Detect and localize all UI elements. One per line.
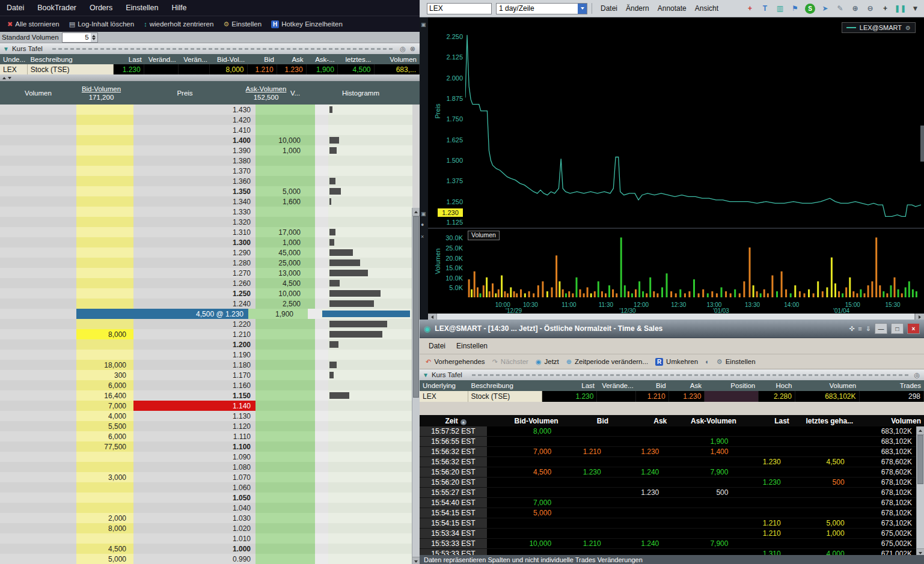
ladder-row[interactable]: 8,0001.210 <box>0 329 412 339</box>
ladder-ask-volume-cell[interactable] <box>255 401 315 411</box>
ladder-row[interactable]: 1.010 <box>0 533 412 544</box>
ladder-bid-volume-cell[interactable] <box>76 186 133 196</box>
ladder-v-cell[interactable] <box>315 493 328 503</box>
toolbar-log-inhalt-l-schen[interactable]: ▤Log-Inhalt löschen <box>64 19 139 29</box>
ladder-volume-cell[interactable] <box>0 227 76 237</box>
ladder-ask-volume-cell[interactable] <box>255 166 315 176</box>
ladder-volume-cell[interactable] <box>0 288 76 299</box>
ladder-bid-volume-cell[interactable] <box>76 482 133 493</box>
ladder-row[interactable]: 1.2604,500 <box>0 278 412 288</box>
ladder-row[interactable]: 1.200 <box>0 339 412 350</box>
ladder-price-cell[interactable]: 1.030 <box>133 513 255 523</box>
ladder-ask-volume-cell[interactable] <box>255 350 315 360</box>
chart-menu-annotate[interactable]: Annotate <box>653 4 691 13</box>
toolbar-wiederholt-zentrieren[interactable]: ↕wiederholt zentrieren <box>139 19 218 29</box>
ladder-row[interactable]: 1.25010,000 <box>0 288 412 299</box>
ladder-price-cell[interactable]: 1.020 <box>133 523 255 533</box>
quote-col-last[interactable]: Last <box>114 56 144 63</box>
ts-quote-row[interactable]: LEXStock (TSE)1.2301.2101.2302.280683,10… <box>420 391 924 402</box>
ladder-price-cell[interactable]: 1.120 <box>133 421 255 431</box>
ladder-price-cell[interactable]: 1.300 <box>133 237 255 247</box>
quote-col-ask[interactable]: Ask-... <box>307 56 338 63</box>
ladder-bid-volume-cell[interactable] <box>76 237 133 247</box>
ladder-row[interactable]: 1.330 <box>0 207 412 217</box>
scroll-thumb[interactable] <box>413 216 419 398</box>
ladder-col-preis[interactable]: Preis <box>177 89 192 97</box>
ladder-price-cell[interactable]: 1.350 <box>133 186 255 196</box>
ladder-bid-volume-cell[interactable] <box>76 452 133 462</box>
menu-datei[interactable]: Datei <box>0 4 31 12</box>
ladder-volume-cell[interactable] <box>0 503 76 513</box>
detach-icon[interactable]: ◎ <box>400 45 406 53</box>
pin-icon[interactable]: ▣ <box>421 22 426 28</box>
quote-col-unde[interactable]: Unde... <box>0 56 27 63</box>
ladder-v-cell[interactable] <box>315 554 328 564</box>
ladder-ask-volume-cell[interactable] <box>255 115 315 125</box>
ladder-volume-cell[interactable] <box>0 360 76 370</box>
ladder-v-cell[interactable] <box>315 196 328 207</box>
ladder-row[interactable]: 1.370 <box>0 166 412 176</box>
ts-menu-einstellen[interactable]: Einstellen <box>451 342 493 350</box>
ladder-volume-cell[interactable] <box>0 350 76 360</box>
ladder-volume-cell[interactable] <box>0 268 76 278</box>
ladder-v-cell[interactable] <box>315 227 328 237</box>
ladder-col-v[interactable]: V... <box>290 89 300 97</box>
ladder-row[interactable]: 4,0001.130 <box>0 411 412 421</box>
ladder-volume-cell[interactable] <box>0 278 76 288</box>
quote-col-ver-nde[interactable]: Verände... <box>598 382 637 389</box>
ladder-v-cell[interactable] <box>315 207 328 217</box>
menu-orders[interactable]: Orders <box>83 4 119 12</box>
ts-col-letztes-geha[interactable]: letztes geha... <box>792 417 856 425</box>
crosshair-icon[interactable]: + <box>745 4 755 14</box>
ladder-price-cell[interactable]: 1.270 <box>133 268 255 278</box>
ladder-col-ask-volumen[interactable]: Ask-Volumen <box>246 85 287 92</box>
ladder-ask-volume-cell[interactable] <box>255 329 315 339</box>
ts-kurs-tafel-bar[interactable]: ▼ Kurs Tafel ◎ <box>420 369 924 380</box>
ladder-price-cell[interactable]: 1.330 <box>133 207 255 217</box>
ladder-price-cell[interactable]: 1.380 <box>133 156 255 166</box>
export-icon[interactable]: ⇓ <box>866 325 871 333</box>
ladder-v-cell[interactable] <box>315 319 328 329</box>
chart-legend[interactable]: LEX@SMART ⚙ <box>842 22 916 33</box>
ladder-v-cell[interactable] <box>315 268 328 278</box>
toolbar-hotkey-einzelheiten[interactable]: HHotkey Einzelheiten <box>266 19 347 29</box>
ladder-volume-cell[interactable] <box>0 176 76 186</box>
zoom-in-icon[interactable]: ⊕ <box>850 4 860 14</box>
ladder-bid-volume-cell[interactable] <box>76 207 133 217</box>
ladder-row[interactable]: 16,4001.150 <box>0 390 412 401</box>
ladder-price-cell[interactable]: 1.410 <box>133 125 255 135</box>
ladder-bid-volume-cell[interactable] <box>76 350 133 360</box>
ts-titlebar[interactable]: ◉ LEX@SMART - [14:30 ... Jetzt] - Östlic… <box>420 320 924 338</box>
ladder-row[interactable]: 1.080 <box>0 462 412 472</box>
ladder-row[interactable]: 1.420 <box>0 115 412 125</box>
ladder-last-trade-cell[interactable]: 4,500 @ 1.230 <box>76 309 248 319</box>
ladder-price-cell[interactable]: 1.400 <box>133 135 255 145</box>
ladder-volume-cell[interactable] <box>0 401 76 411</box>
ladder-ask-volume-cell[interactable]: 1,600 <box>255 196 315 207</box>
ladder-volume-cell[interactable] <box>0 196 76 207</box>
ladder-volume-cell[interactable] <box>0 339 76 350</box>
ladder-v-cell[interactable] <box>315 523 328 533</box>
ladder-volume-cell[interactable] <box>0 421 76 431</box>
ts-scrollbar[interactable] <box>916 426 924 557</box>
ladder-volume-cell[interactable] <box>0 125 76 135</box>
ladder-v-cell[interactable] <box>315 503 328 513</box>
scroll-thumb[interactable] <box>917 435 923 484</box>
ladder-v-cell[interactable] <box>315 350 328 360</box>
ts-toolbar-n-chster[interactable]: ↷Nächster <box>492 358 528 365</box>
ladder-bid-volume-cell[interactable]: 4,000 <box>76 411 133 421</box>
ladder-row[interactable]: 1.40010,000 <box>0 135 412 145</box>
ladder-ask-volume-cell[interactable] <box>255 217 315 227</box>
ladder-scrollbar[interactable] <box>412 208 420 564</box>
ts-toolbar-vorhergehendes[interactable]: ↶Vorhergehendes <box>426 358 485 365</box>
ladder-bid-volume-cell[interactable] <box>76 115 133 125</box>
ladder-row[interactable]: 1.190 <box>0 350 412 360</box>
quote-col-bid[interactable]: Bid <box>637 382 669 389</box>
ladder-ask-volume-cell[interactable] <box>255 339 315 350</box>
ladder-row[interactable]: 5,0000.990 <box>0 554 412 564</box>
ladder-price-cell[interactable]: 1.070 <box>133 472 255 482</box>
ladder-bid-volume-cell[interactable]: 2,000 <box>76 513 133 523</box>
chart-menu-ndern[interactable]: Ändern <box>622 4 653 13</box>
ladder-volume-cell[interactable] <box>0 411 76 421</box>
ladder-v-cell[interactable] <box>315 105 328 115</box>
